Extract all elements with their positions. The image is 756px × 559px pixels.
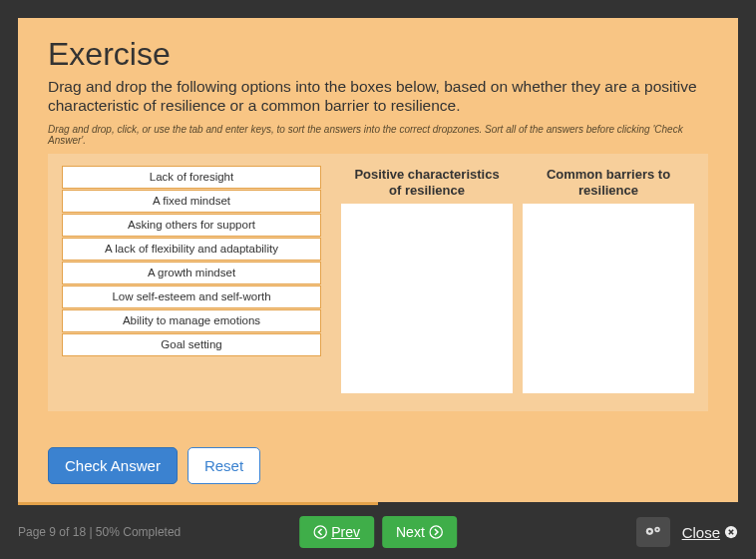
instructions-text: Drag and drop the following options into… bbox=[48, 77, 708, 116]
svg-point-5 bbox=[656, 529, 658, 531]
exercise-card: Exercise Drag and drop the following opt… bbox=[18, 18, 738, 502]
next-label: Next bbox=[396, 524, 425, 540]
dropzone-barriers: Common barriers to resilience bbox=[523, 166, 694, 393]
progress-text: 50% Completed bbox=[96, 525, 181, 539]
dropzone-area-positive[interactable] bbox=[341, 204, 513, 393]
dropzone-positive: Positive characteristics of resilience bbox=[341, 166, 513, 393]
draggable-option[interactable]: A growth mindset bbox=[62, 262, 321, 284]
prev-label: Prev bbox=[331, 524, 360, 540]
dropzone-label: Positive characteristics of resilience bbox=[341, 166, 513, 200]
close-circle-icon bbox=[724, 525, 738, 539]
options-list: Lack of foresight A fixed mindset Asking… bbox=[62, 166, 321, 393]
nav-buttons: Prev Next bbox=[299, 516, 457, 548]
gears-icon bbox=[644, 525, 662, 539]
draggable-option[interactable]: Low self-esteem and self-worth bbox=[62, 285, 321, 308]
footer-status: Page 9 of 18 | 50% Completed bbox=[18, 525, 181, 539]
reset-button[interactable]: Reset bbox=[188, 447, 260, 484]
page-number: Page 9 of 18 bbox=[18, 525, 86, 539]
prev-button[interactable]: Prev bbox=[299, 516, 374, 548]
chevron-left-circle-icon bbox=[313, 525, 327, 539]
next-button[interactable]: Next bbox=[382, 516, 457, 548]
action-button-row: Check Answer Reset bbox=[48, 427, 708, 484]
main-area: Exercise Drag and drop the following opt… bbox=[0, 0, 756, 502]
svg-point-0 bbox=[314, 526, 326, 538]
footer-bar: Page 9 of 18 | 50% Completed Prev Next C… bbox=[0, 505, 756, 559]
svg-point-3 bbox=[648, 530, 651, 533]
draggable-option[interactable]: Lack of foresight bbox=[62, 166, 321, 189]
svg-point-1 bbox=[430, 526, 442, 538]
work-area: Lack of foresight A fixed mindset Asking… bbox=[48, 154, 708, 411]
check-answer-button[interactable]: Check Answer bbox=[48, 447, 178, 484]
draggable-option[interactable]: Ability to manage emotions bbox=[62, 309, 321, 332]
close-button[interactable]: Close bbox=[682, 524, 738, 541]
draggable-option[interactable]: A lack of flexibility and adaptability bbox=[62, 238, 321, 261]
draggable-option[interactable]: A fixed mindset bbox=[62, 190, 321, 213]
page-title: Exercise bbox=[48, 36, 708, 73]
draggable-option[interactable]: Asking others for support bbox=[62, 214, 321, 237]
dropzone-label: Common barriers to resilience bbox=[523, 166, 694, 200]
draggable-option[interactable]: Goal setting bbox=[62, 333, 321, 356]
dropzone-area-barriers[interactable] bbox=[523, 204, 694, 393]
close-label: Close bbox=[682, 524, 720, 541]
settings-button[interactable] bbox=[636, 517, 670, 547]
footer-right: Close bbox=[636, 517, 738, 547]
dropzones-container: Positive characteristics of resilience C… bbox=[341, 166, 694, 393]
chevron-right-circle-icon bbox=[429, 525, 443, 539]
hint-text: Drag and drop, click, or use the tab and… bbox=[48, 124, 708, 146]
